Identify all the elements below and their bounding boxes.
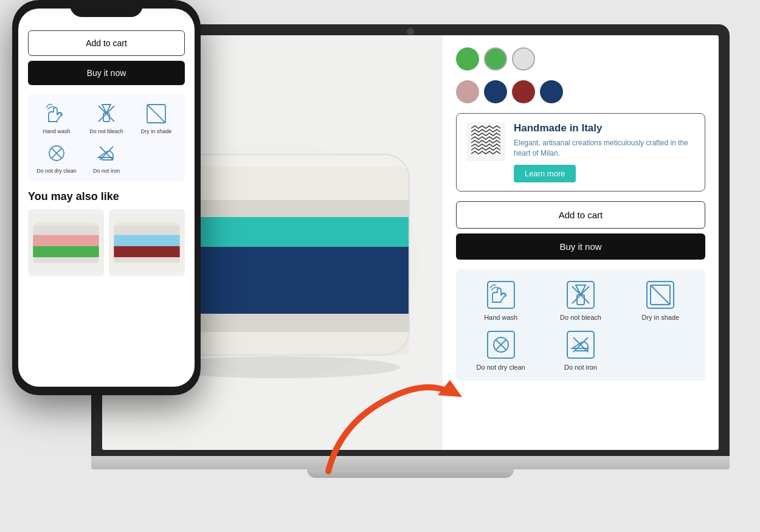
phone-notch	[70, 0, 143, 17]
no-iron-icon	[565, 329, 596, 361]
care-no-iron-label: Do not iron	[564, 363, 597, 371]
also-like-grid	[28, 209, 185, 276]
phone: Add to cart Buy it now Hand wash	[12, 0, 201, 395]
svg-rect-41	[33, 226, 98, 235]
phone-care-no-dry-clean: Do not dry clean	[34, 140, 79, 175]
care-no-iron: Do not iron	[544, 329, 617, 371]
phone-care-no-iron-label: Do not iron	[93, 168, 120, 175]
no-dry-clean-icon	[485, 329, 517, 361]
swatch-burgundy[interactable]	[512, 80, 535, 103]
svg-line-19	[651, 285, 670, 305]
care-no-dry-clean: Do not dry clean	[465, 329, 537, 371]
handmade-text-content: Handmade in Italy Elegant, artisanal cre…	[514, 122, 695, 182]
swatch-navy-2[interactable]	[540, 80, 563, 103]
handmade-banner: Handmade in Italy Elegant, artisanal cre…	[456, 113, 705, 192]
handmade-pattern-icon	[466, 122, 505, 161]
care-section: Hand wash Do not bleach	[456, 269, 705, 382]
care-no-bleach: Do not bleach	[544, 279, 617, 322]
phone-add-to-cart-button[interactable]: Add to cart	[28, 30, 185, 56]
care-grid-bottom: Do not dry clean	[465, 329, 697, 371]
phone-buy-it-now-button[interactable]: Buy it now	[28, 61, 185, 85]
phone-dry-shade-icon	[143, 101, 169, 126]
phone-care-dry-shade-label: Dry in shade	[141, 128, 172, 136]
laptop-foot	[307, 469, 514, 478]
swatch-navy-1[interactable]	[484, 80, 507, 103]
handmade-desc: Elegant, artisanal creations meticulousl…	[514, 138, 695, 159]
care-no-dry-clean-label: Do not dry clean	[477, 363, 525, 371]
phone-screen: Add to cart Buy it now Hand wash	[18, 9, 195, 387]
svg-rect-49	[114, 246, 179, 257]
phone-care-no-iron: Do not iron	[84, 140, 129, 175]
phone-care-dry-shade: Dry in shade	[134, 101, 179, 136]
hand-wash-icon	[485, 279, 517, 311]
also-like-pillow-2	[109, 209, 185, 276]
color-swatches	[456, 47, 705, 71]
no-bleach-icon	[565, 279, 596, 311]
svg-rect-43	[33, 246, 98, 257]
phone-care-no-dry-clean-label: Do not dry clean	[36, 168, 77, 175]
also-like-item-2[interactable]	[109, 209, 185, 276]
care-grid-top: Hand wash Do not bleach	[465, 279, 697, 322]
svg-rect-47	[114, 226, 179, 235]
svg-rect-50	[114, 258, 179, 263]
also-like-item-1[interactable]	[28, 209, 104, 276]
phone-care-hand-wash: Hand wash	[34, 101, 79, 136]
phone-hand-wash-icon	[44, 101, 69, 126]
buy-it-now-button[interactable]: Buy it now	[456, 233, 705, 260]
swatch-white[interactable]	[512, 47, 535, 71]
phone-no-iron-icon	[94, 140, 119, 166]
color-swatches-row2	[456, 80, 705, 103]
phone-care-no-bleach: Do not bleach	[84, 101, 129, 136]
swatch-green-1[interactable]	[456, 47, 479, 71]
dry-shade-icon	[644, 279, 676, 311]
product-info-panel: Handmade in Italy Elegant, artisanal cre…	[443, 35, 719, 450]
also-like-pillow-1	[28, 209, 104, 276]
laptop-base	[91, 456, 730, 469]
laptop-camera	[407, 28, 414, 35]
phone-care-top: Hand wash Do not bleach	[34, 101, 179, 136]
svg-line-32	[147, 105, 165, 123]
care-hand-wash-label: Hand wash	[484, 313, 517, 322]
phone-no-bleach-icon	[94, 101, 119, 126]
phone-care-section: Hand wash Do not bleach	[28, 94, 185, 182]
phone-content: Add to cart Buy it now Hand wash	[18, 9, 195, 387]
care-dry-shade-label: Dry in shade	[641, 313, 679, 322]
svg-rect-42	[33, 235, 98, 246]
svg-rect-44	[33, 258, 98, 263]
phone-no-dry-clean-icon	[44, 140, 69, 166]
add-to-cart-button[interactable]: Add to cart	[456, 201, 705, 229]
phone-care-hand-wash-label: Hand wash	[43, 128, 70, 136]
phone-care-no-bleach-label: Do not bleach	[89, 128, 123, 136]
handmade-title: Handmade in Italy	[514, 122, 695, 134]
phone-care-bottom: Do not dry clean Do not iron	[34, 140, 179, 175]
care-hand-wash: Hand wash	[465, 279, 537, 322]
svg-rect-14	[577, 295, 584, 305]
care-empty-slot	[624, 329, 697, 371]
svg-rect-48	[114, 235, 179, 246]
care-no-bleach-label: Do not bleach	[560, 313, 601, 322]
you-may-also-like-heading: You may also like	[28, 190, 185, 203]
care-dry-shade: Dry in shade	[624, 279, 697, 322]
swatch-green-2[interactable]	[484, 47, 507, 71]
learn-more-button[interactable]: Learn more	[514, 165, 576, 182]
phone-care-empty	[134, 140, 179, 175]
swatch-pink[interactable]	[456, 80, 479, 103]
